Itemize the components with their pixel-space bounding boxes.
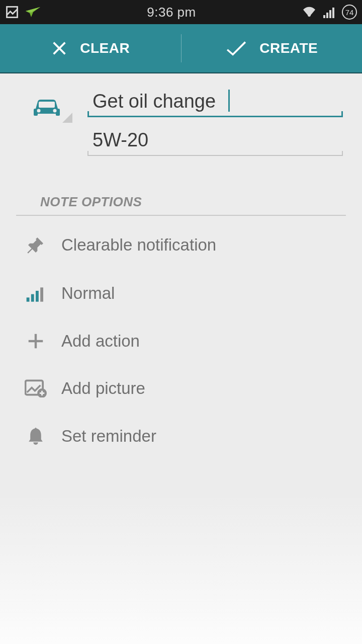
status-left — [5, 5, 41, 19]
bottom-fade — [0, 493, 362, 644]
option-add-picture[interactable]: Add picture — [16, 365, 346, 412]
section-header: NOTE OPTIONS — [16, 194, 346, 216]
option-label: Normal — [61, 284, 115, 303]
dropdown-corner-icon — [62, 113, 72, 123]
title-field-wrap[interactable] — [87, 88, 343, 117]
content-area: NOTE OPTIONS Clearable notification Norm… — [0, 73, 362, 460]
svg-rect-0 — [7, 7, 18, 18]
svg-rect-4 — [323, 15, 325, 18]
signal-bars-icon — [24, 283, 47, 303]
svg-point-3 — [308, 14, 311, 17]
pin-icon — [24, 235, 47, 255]
category-icon-picker[interactable] — [20, 95, 73, 119]
svg-marker-1 — [26, 7, 40, 17]
options-list: Clearable notification Normal Add action — [0, 216, 362, 460]
status-bar: 9:36 pm 74 — [0, 0, 362, 24]
option-label: Add action — [61, 332, 140, 351]
svg-rect-5 — [326, 13, 328, 18]
svg-point-11 — [37, 109, 41, 113]
clear-button[interactable]: CLEAR — [0, 24, 181, 72]
option-priority[interactable]: Normal — [16, 269, 346, 317]
option-label: Add picture — [61, 379, 145, 398]
subtitle-field-wrap[interactable] — [87, 126, 343, 156]
svg-point-12 — [53, 109, 57, 113]
close-icon — [51, 40, 68, 57]
picture-icon — [5, 5, 19, 19]
option-set-reminder[interactable]: Set reminder — [16, 412, 346, 460]
battery-indicator: 74 — [342, 5, 357, 20]
paper-plane-icon — [25, 6, 41, 18]
clear-label: CLEAR — [80, 40, 130, 56]
signal-icon — [323, 6, 336, 18]
action-bar: CLEAR CREATE — [0, 24, 362, 73]
svg-rect-16 — [40, 287, 43, 301]
create-button[interactable]: CREATE — [182, 24, 363, 72]
title-input[interactable] — [87, 88, 343, 117]
wifi-icon — [302, 6, 317, 18]
option-add-action[interactable]: Add action — [16, 317, 346, 365]
text-cursor — [228, 90, 230, 112]
bell-icon — [24, 426, 47, 446]
svg-rect-14 — [31, 294, 34, 302]
check-icon — [225, 40, 247, 57]
title-area — [0, 73, 362, 170]
status-right: 74 — [302, 5, 357, 20]
subtitle-input[interactable] — [87, 126, 343, 156]
svg-rect-15 — [36, 291, 39, 302]
svg-rect-7 — [332, 8, 334, 18]
option-clearable-notification[interactable]: Clearable notification — [16, 221, 346, 269]
picture-plus-icon — [24, 379, 47, 397]
svg-rect-6 — [329, 10, 331, 18]
svg-rect-13 — [27, 297, 30, 301]
option-label: Set reminder — [61, 427, 156, 446]
car-icon — [31, 95, 63, 119]
create-label: CREATE — [259, 40, 318, 56]
svg-rect-10 — [39, 102, 55, 108]
status-time: 9:36 pm — [41, 5, 302, 20]
option-label: Clearable notification — [61, 235, 216, 255]
plus-icon — [24, 332, 47, 351]
